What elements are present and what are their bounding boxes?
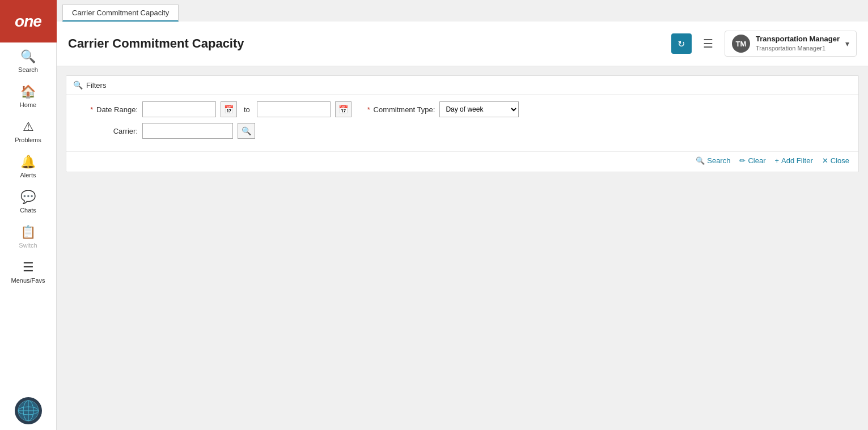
- add-filter-label: Add Filter: [781, 156, 813, 165]
- user-name: Transportation Manager: [756, 35, 840, 44]
- required-star: *: [90, 105, 93, 114]
- clear-label: Clear: [748, 156, 765, 165]
- main-content: Carrier Commitment Capacity Carrier Comm…: [57, 0, 868, 430]
- sidebar-item-label: Chats: [20, 207, 36, 214]
- carrier-row: Carrier: 🔍: [75, 123, 849, 139]
- sidebar-item-alerts[interactable]: 🔔 Alerts: [0, 148, 56, 183]
- required-star-2: *: [367, 105, 370, 114]
- user-initials: TM: [736, 40, 747, 48]
- commitment-type-label: * Commitment Type:: [367, 105, 435, 114]
- close-label: Close: [831, 156, 849, 165]
- date-separator: to: [242, 105, 252, 114]
- user-details: Transportation Manager Transportation Ma…: [756, 35, 840, 52]
- search-icon: 🔍: [20, 49, 36, 64]
- sidebar-item-label: Alerts: [20, 172, 36, 178]
- sidebar-item-label: Search: [18, 66, 38, 73]
- home-icon: 🏠: [20, 84, 36, 99]
- sidebar-item-label: Problems: [15, 137, 41, 143]
- carrier-input[interactable]: [142, 123, 233, 139]
- sidebar-item-label: Menus/Favs: [11, 277, 45, 284]
- sidebar: one 🔍 Search 🏠 Home ⚠ Problems 🔔 Alerts …: [0, 0, 57, 430]
- user-role: Transportation Manager1: [756, 44, 840, 52]
- app-logo[interactable]: one: [0, 0, 57, 42]
- date-from-input[interactable]: [142, 101, 216, 117]
- add-icon: +: [775, 156, 780, 165]
- filter-icon: 🔍: [73, 80, 83, 90]
- hamburger-menu-button[interactable]: ☰: [698, 35, 718, 53]
- sidebar-item-problems[interactable]: ⚠ Problems: [0, 113, 56, 148]
- calendar-from-icon[interactable]: 📅: [221, 101, 237, 117]
- header-actions: ↻ ☰ TM Transportation Manager Transporta…: [671, 31, 857, 57]
- content-area: 🔍 Filters * Date Range: 📅 to: [57, 66, 868, 430]
- page-title: Carrier Commitment Capacity: [68, 36, 671, 51]
- chevron-down-icon: ▾: [845, 39, 849, 48]
- carrier-search-icon[interactable]: 🔍: [238, 123, 255, 139]
- calendar-to-icon[interactable]: 📅: [335, 101, 352, 117]
- close-button[interactable]: ✕ Close: [822, 156, 849, 165]
- menu-icon: ☰: [23, 260, 34, 275]
- sidebar-item-search[interactable]: 🔍 Search: [0, 42, 56, 78]
- refresh-button[interactable]: ↻: [671, 33, 692, 54]
- tab-carrier-commitment[interactable]: Carrier Commitment Capacity: [62, 5, 179, 22]
- date-range-label: * Date Range:: [75, 105, 138, 114]
- sidebar-item-chats[interactable]: 💬 Chats: [0, 183, 56, 218]
- search-label: Search: [707, 156, 730, 165]
- search-action-icon: 🔍: [696, 156, 705, 165]
- filter-actions: 🔍 Search ✏ Clear + Add Filter ✕ Close: [66, 151, 858, 172]
- chat-icon: 💬: [20, 190, 36, 205]
- close-icon: ✕: [822, 156, 828, 165]
- sidebar-bottom: [0, 397, 56, 430]
- sidebar-item-label: Switch: [19, 242, 37, 249]
- clear-button[interactable]: ✏ Clear: [739, 156, 765, 165]
- avatar: TM: [732, 35, 750, 53]
- switch-icon: 📋: [20, 225, 36, 240]
- user-globe-avatar[interactable]: [15, 397, 42, 424]
- filter-body: * Date Range: 📅 to 📅 * Commitment Type:: [66, 95, 858, 151]
- filter-panel: 🔍 Filters * Date Range: 📅 to: [66, 75, 859, 172]
- hamburger-icon: ☰: [703, 37, 713, 50]
- sidebar-item-home[interactable]: 🏠 Home: [0, 78, 56, 113]
- logo-text: one: [15, 12, 41, 31]
- sidebar-item-menusfavs[interactable]: ☰ Menus/Favs: [0, 253, 56, 288]
- search-button[interactable]: 🔍 Search: [696, 156, 730, 165]
- warning-icon: ⚠: [23, 120, 34, 134]
- date-to-input[interactable]: [257, 101, 331, 117]
- sidebar-item-label: Home: [20, 101, 36, 108]
- refresh-icon: ↻: [678, 39, 685, 49]
- carrier-label: Carrier:: [75, 127, 138, 135]
- date-range-row: * Date Range: 📅 to 📅 * Commitment Type:: [75, 101, 849, 117]
- user-info-panel[interactable]: TM Transportation Manager Transportation…: [725, 31, 857, 57]
- tab-label: Carrier Commitment Capacity: [72, 8, 169, 17]
- sidebar-item-switch: 📋 Switch: [0, 218, 56, 253]
- filter-header-label: Filters: [86, 81, 106, 90]
- add-filter-button[interactable]: + Add Filter: [775, 156, 813, 165]
- page-header: Carrier Commitment Capacity ↻ ☰ TM Trans…: [57, 22, 868, 66]
- commitment-type-select[interactable]: Day of week Date specific Monthly: [439, 101, 519, 117]
- clear-icon: ✏: [739, 156, 746, 165]
- bell-icon: 🔔: [20, 155, 36, 169]
- filter-header: 🔍 Filters: [66, 76, 858, 95]
- tab-bar: Carrier Commitment Capacity: [57, 0, 868, 22]
